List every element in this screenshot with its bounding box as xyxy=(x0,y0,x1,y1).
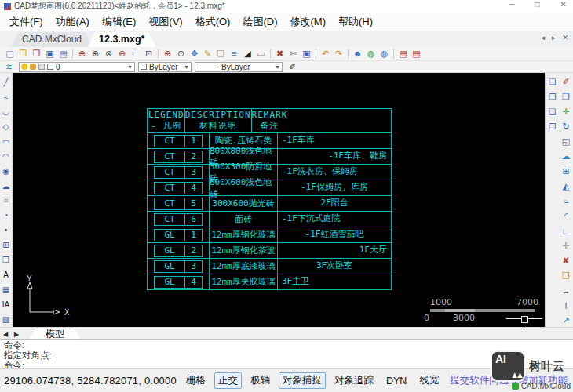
tab-close-icon[interactable]: ✕ xyxy=(562,34,568,42)
field-text-icon[interactable]: IA xyxy=(0,297,12,312)
zoom-out-icon[interactable]: ⊖ xyxy=(116,48,128,60)
export-mx-icon[interactable]: ▤ xyxy=(411,48,422,60)
chamfer-icon[interactable]: ∟ xyxy=(560,223,572,238)
status-toggle[interactable]: DYN xyxy=(382,374,411,388)
text-icon[interactable]: A xyxy=(0,267,12,282)
move-icon[interactable]: ✛ xyxy=(560,104,572,119)
new-file-icon[interactable]: ▢ xyxy=(4,48,16,60)
spline-edit-icon[interactable]: ≈ xyxy=(560,194,572,209)
circle-2p-icon[interactable]: ◉ xyxy=(0,164,12,179)
insert-block-icon[interactable]: ⊞ xyxy=(0,238,12,252)
undo-icon[interactable]: ↶ xyxy=(319,48,331,60)
lineweight-icon[interactable]: ◢ xyxy=(242,48,254,60)
toolbar-icon[interactable] xyxy=(348,49,349,59)
column-text-icon[interactable]: I xyxy=(560,298,572,313)
status-toggle[interactable]: 栅格 xyxy=(182,372,210,389)
zoom-extents-icon[interactable]: ⊗ xyxy=(103,48,115,60)
fillet-icon[interactable]: ◜ xyxy=(560,209,572,223)
toolbar-icon[interactable] xyxy=(316,49,316,59)
erase-icon[interactable]: ✐ xyxy=(560,74,572,89)
toolbar-icon[interactable] xyxy=(72,49,73,59)
color-combobox[interactable]: ByLayer ▼ xyxy=(138,62,192,72)
layers-icon[interactable]: ≡ xyxy=(228,48,240,60)
status-toggle[interactable]: 正交 xyxy=(214,372,242,389)
drawing-canvas[interactable]: LEGEND - 凡例 DESCRIPTION 材料说明 REMARK 备注 xyxy=(13,73,545,327)
save-as-icon[interactable]: ▤ xyxy=(57,48,69,60)
cut-icon[interactable]: ✄ xyxy=(287,48,299,60)
line-icon[interactable]: ╱ xyxy=(0,74,12,89)
arc-icon[interactable]: ◠ xyxy=(0,149,12,164)
modify-menu[interactable]: 修改(M) xyxy=(283,15,332,29)
layout-next-icon[interactable]: ▶ xyxy=(11,331,22,338)
share-icon[interactable]: ☻ xyxy=(352,48,363,60)
zoom-prev-icon[interactable]: ⊕ xyxy=(76,48,88,60)
stretch-icon[interactable]: ↔ xyxy=(560,283,572,298)
tab-scroll-left-icon[interactable]: ◂ xyxy=(541,34,545,42)
status-toggle[interactable]: 对象追踪 xyxy=(330,372,378,389)
tab-drawing[interactable]: 12.3.mxg* xyxy=(88,32,155,47)
circle-icon[interactable]: ○ xyxy=(0,194,12,209)
hatch-icon[interactable]: ▨ xyxy=(0,312,12,327)
maximize-button[interactable]: □ xyxy=(535,0,540,9)
tab-model[interactable]: 模型 xyxy=(28,328,82,340)
status-toggle[interactable]: 极轴 xyxy=(246,372,274,389)
send-to-back-icon[interactable]: ❐ xyxy=(547,89,559,104)
image-icon[interactable]: ▦ xyxy=(0,282,12,297)
polyline-icon[interactable]: ≈ xyxy=(0,89,12,104)
status-toggle[interactable]: 线宽 xyxy=(415,372,443,389)
rect-edit-icon[interactable]: ❏ xyxy=(560,268,572,283)
leader-icon[interactable]: ↗ xyxy=(560,313,572,328)
redo-icon[interactable]: ↷ xyxy=(333,48,345,60)
toolbar-icon[interactable] xyxy=(393,49,394,59)
draw-icon[interactable]: ✎ xyxy=(202,48,214,60)
arc-3p-icon[interactable]: ◡ xyxy=(0,104,12,119)
revcloud-icon[interactable]: ☁ xyxy=(0,179,12,194)
view-menu[interactable]: 视图(V) xyxy=(142,15,188,29)
linetype-combobox[interactable]: ByLayer ▼ xyxy=(195,62,283,72)
trim-icon[interactable]: ✘ xyxy=(560,253,572,268)
close-button[interactable]: ✕ xyxy=(560,0,567,9)
send-under-icon[interactable]: ❒ xyxy=(547,119,559,134)
draw-menu[interactable]: 绘图(D) xyxy=(236,15,283,29)
edit-menu[interactable]: 编辑(E) xyxy=(96,15,142,29)
rectangle-icon[interactable]: ▭ xyxy=(0,134,12,149)
tools-icon[interactable]: ✖ xyxy=(274,48,286,60)
toolbar-icon[interactable] xyxy=(158,49,159,59)
file-menu[interactable]: 文件(F) xyxy=(3,15,49,29)
export-pdf-icon[interactable]: ▤ xyxy=(397,48,409,60)
snap-icon[interactable]: ✛ xyxy=(560,238,572,253)
status-toggle[interactable]: 对象捕捉 xyxy=(279,372,326,389)
point-icon[interactable]: • xyxy=(0,223,12,238)
scale-icon[interactable]: ◱ xyxy=(560,134,572,149)
web-blue-icon[interactable]: ◍ xyxy=(378,48,390,60)
bring-above-icon[interactable]: ❑ xyxy=(547,104,559,119)
layer-manager-icon[interactable]: ≋ xyxy=(3,61,15,73)
array-icon[interactable]: ⊞ xyxy=(560,164,572,179)
open-file-icon[interactable]: ❒ xyxy=(17,48,29,60)
mirror-icon[interactable]: ◭ xyxy=(560,179,572,194)
function-menu[interactable]: 功能(A) xyxy=(49,15,96,29)
minimize-button[interactable]: ─ xyxy=(509,0,514,9)
zoom-corner-icon[interactable]: ∟ xyxy=(130,48,141,60)
zoom-realtime-icon[interactable]: ⊙ xyxy=(175,48,187,60)
help-menu[interactable]: 帮助(H) xyxy=(332,15,379,29)
rotate-icon[interactable]: ↻ xyxy=(560,119,572,134)
layout-prev-icon[interactable]: ◀ xyxy=(0,331,11,338)
make-block-icon[interactable]: ❐ xyxy=(0,252,12,267)
command-window[interactable]: 命令:指定对角点:命令: xyxy=(0,339,573,368)
tab-cad-mxcloud[interactable]: CAD.MxCloud xyxy=(11,32,93,47)
zoom-window-icon[interactable]: ⊡ xyxy=(143,48,155,60)
cloud-edit-icon[interactable]: ☁ xyxy=(560,149,572,164)
format-menu[interactable]: 格式(O) xyxy=(189,15,237,29)
frame-icon[interactable]: ▭ xyxy=(255,48,267,60)
pan-icon[interactable]: ✥ xyxy=(188,48,200,60)
save-icon[interactable]: ▣ xyxy=(44,48,56,60)
polygon-icon[interactable]: ◇ xyxy=(0,119,12,134)
web-green-icon[interactable]: ◍ xyxy=(365,48,377,60)
arc-continue-icon[interactable]: ◔ xyxy=(0,208,12,223)
tab-scroll-right-icon[interactable]: ▸ xyxy=(552,34,556,42)
bring-to-front-icon[interactable]: ❏ xyxy=(547,74,559,89)
zoom-in-icon[interactable]: ⊕ xyxy=(89,48,101,60)
toolbar-icon[interactable] xyxy=(270,49,271,59)
open-cloud-icon[interactable]: ❒ xyxy=(31,48,42,60)
